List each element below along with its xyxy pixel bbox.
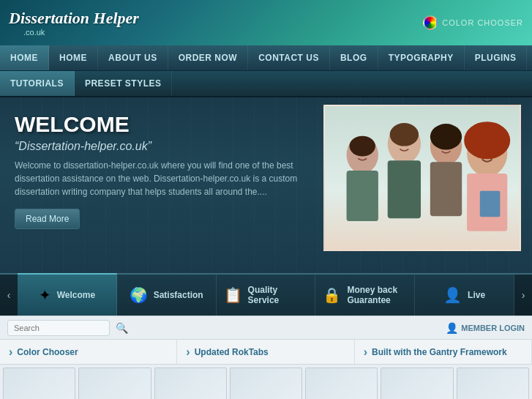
nav-item-order[interactable]: ORDER NOW bbox=[168, 45, 249, 70]
nav-item-preset-styles[interactable]: PRESET STYLES bbox=[75, 71, 173, 96]
svg-rect-13 bbox=[480, 191, 501, 217]
nav-bar-row2: TUTORIALS PRESET STYLES bbox=[0, 71, 532, 97]
footer-links: Color Chooser Updated RokTabs Built with… bbox=[0, 339, 532, 364]
hero-people bbox=[325, 106, 520, 250]
svg-point-8 bbox=[430, 124, 462, 149]
logo-title: Dissertation Helper bbox=[9, 9, 139, 28]
header: Dissertation Helper .co.uk COLOR CHOOSER bbox=[0, 0, 532, 45]
nav-bar-row1: HOME HOME ABOUT US ORDER NOW CONTACT US … bbox=[0, 45, 532, 71]
footer-link-color-chooser[interactable]: Color Chooser bbox=[0, 340, 177, 364]
thumbnail-4 bbox=[230, 368, 302, 399]
thumbnail-3 bbox=[154, 368, 227, 399]
footer-link-gantry[interactable]: Built with the Gantry Framework bbox=[355, 340, 532, 364]
thumbnail-2 bbox=[78, 368, 151, 399]
nav-item-about[interactable]: ABOUT US bbox=[98, 45, 168, 70]
live-tab-icon: 👤 bbox=[443, 286, 462, 304]
svg-rect-6 bbox=[388, 160, 421, 218]
tab-live-label: Live bbox=[468, 290, 485, 300]
search-input[interactable] bbox=[7, 320, 110, 336]
svg-point-2 bbox=[349, 136, 375, 157]
tab-welcome-label: Welcome bbox=[57, 290, 95, 300]
money-back-tab-icon: 🔒 bbox=[323, 286, 341, 304]
tab-satisfaction-label: Satisfaction bbox=[154, 290, 203, 300]
satisfaction-tab-icon: 🌍 bbox=[130, 286, 148, 304]
hero-image bbox=[323, 105, 521, 251]
tab-satisfaction[interactable]: 🌍 Satisfaction bbox=[117, 275, 217, 316]
logo-sub: .co.uk bbox=[23, 28, 45, 37]
read-more-button[interactable]: Read More bbox=[15, 209, 80, 229]
nav-item-tutorials[interactable]: TUTORIALS bbox=[0, 71, 75, 96]
welcome-subtitle: “Dissertation-helper.co.uk” bbox=[15, 140, 307, 153]
welcome-body: Welcome to dissertation-helper.co.uk whe… bbox=[15, 159, 307, 198]
thumbnail-1 bbox=[3, 368, 75, 399]
search-icon[interactable]: 🔍 bbox=[116, 322, 128, 334]
quality-tab-icon: 📋 bbox=[224, 286, 242, 304]
welcome-tab-icon: ✦ bbox=[39, 286, 51, 304]
nav-item-typography[interactable]: TYPOGRAPHY bbox=[378, 45, 465, 70]
welcome-section: WELCOME “Dissertation-helper.co.uk” Welc… bbox=[15, 112, 307, 229]
member-login-button[interactable]: 👤 MEMBER LOGIN bbox=[446, 322, 525, 334]
thumbnail-7 bbox=[457, 368, 529, 399]
nav-item-plugins[interactable]: PLUGINS bbox=[465, 45, 528, 70]
main-content: WELCOME “Dissertation-helper.co.uk” Welc… bbox=[0, 97, 532, 273]
tab-money-back[interactable]: 🔒 Money back Guarantee bbox=[315, 275, 415, 316]
tab-next-arrow[interactable]: › bbox=[514, 275, 532, 316]
tab-money-back-label: Money back Guarantee bbox=[347, 285, 407, 305]
logo: Dissertation Helper .co.uk bbox=[9, 9, 139, 37]
svg-point-11 bbox=[464, 122, 510, 159]
thumbnail-6 bbox=[381, 368, 453, 399]
tab-quality-label: Quality Service bbox=[248, 285, 308, 305]
member-icon: 👤 bbox=[446, 322, 458, 334]
tab-welcome[interactable]: ✦ Welcome bbox=[18, 273, 117, 316]
nav-item-contact[interactable]: CONTACT US bbox=[248, 45, 330, 70]
svg-rect-9 bbox=[430, 162, 462, 216]
svg-rect-3 bbox=[347, 171, 378, 221]
tab-live[interactable]: 👤 Live bbox=[415, 275, 514, 316]
nav-item-home2[interactable]: HOME bbox=[49, 45, 98, 70]
color-chooser-label: COLOR CHOOSER bbox=[442, 18, 523, 27]
tab-prev-arrow[interactable]: ‹ bbox=[0, 275, 18, 316]
member-login-label: MEMBER LOGIN bbox=[461, 324, 525, 332]
search-bar: 🔍 👤 MEMBER LOGIN bbox=[0, 316, 532, 339]
tabs-section: ‹ ✦ Welcome 🌍 Satisfaction 📋 Quality Ser… bbox=[0, 273, 532, 316]
color-wheel-icon bbox=[423, 15, 438, 30]
thumbnails-row bbox=[0, 364, 532, 399]
nav-item-home1[interactable]: HOME bbox=[0, 45, 49, 70]
welcome-title: WELCOME bbox=[15, 112, 307, 137]
thumbnail-5 bbox=[305, 368, 378, 399]
svg-point-5 bbox=[390, 123, 419, 146]
hero-svg bbox=[325, 105, 520, 250]
footer-link-roktabs[interactable]: Updated RokTabs bbox=[177, 340, 354, 364]
nav-item-blog[interactable]: BLOG bbox=[330, 45, 378, 70]
color-chooser-button[interactable]: COLOR CHOOSER bbox=[423, 15, 523, 30]
tab-quality[interactable]: 📋 Quality Service bbox=[217, 275, 316, 316]
